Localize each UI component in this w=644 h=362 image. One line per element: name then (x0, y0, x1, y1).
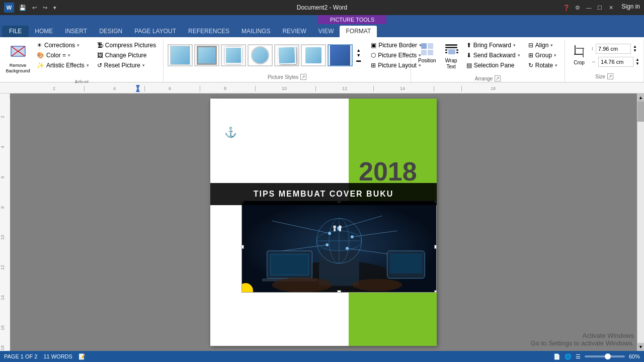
zoom-thumb[interactable] (605, 353, 611, 359)
remove-background-button[interactable]: RemoveBackground (4, 40, 32, 76)
tab-page-layout[interactable]: PAGE LAYOUT (128, 26, 182, 37)
width-spinner[interactable]: ▲ ▼ (635, 58, 639, 66)
corrections-button[interactable]: ☀ Corrections ▾ (34, 40, 92, 50)
view-outline-icon[interactable]: ☰ (576, 353, 581, 360)
align-button[interactable]: ⊟ Align ▾ (525, 40, 560, 50)
bring-forward-dropdown[interactable]: ▾ (513, 43, 516, 48)
maximize-btn[interactable]: ☐ (595, 3, 604, 12)
scroll-down[interactable]: ▼ (637, 343, 644, 351)
view-normal-icon[interactable]: 📄 (553, 353, 560, 360)
svg-rect-11 (445, 49, 447, 51)
tab-review[interactable]: REVIEW (276, 26, 312, 37)
group-dropdown[interactable]: ▾ (554, 53, 556, 58)
svg-rect-38 (0, 99, 10, 350)
crop-button[interactable]: Crop (569, 42, 589, 68)
picture-styles-expand[interactable]: ↗ (300, 74, 306, 80)
send-backward-dropdown[interactable]: ▾ (518, 53, 520, 58)
style-more-button[interactable]: ▲ ▼ ▬ (355, 47, 362, 64)
style-thumb-7[interactable] (328, 44, 353, 66)
tab-file[interactable]: FILE (2, 26, 29, 37)
scroll-up[interactable]: ▲ (637, 94, 644, 102)
style-thumb-5[interactable] (274, 44, 299, 66)
color-button[interactable]: 🎨 Color = ▾ (34, 50, 92, 60)
tech-image[interactable]: + (242, 201, 437, 293)
svg-text:│: │ (372, 85, 375, 92)
adjust-group: RemoveBackground ☀ Corrections ▾ 🎨 Color… (0, 39, 164, 82)
ribbon-tabs-container: PICTURE TOOLS FILE HOME INSERT DESIGN PA… (0, 15, 644, 37)
style-thumb-6[interactable] (301, 44, 326, 66)
svg-text:4: 4 (0, 146, 5, 148)
adjust-group-content: RemoveBackground ☀ Corrections ▾ 🎨 Color… (4, 40, 159, 78)
rotate-dropdown[interactable]: ▾ (555, 63, 557, 68)
wrap-text-button[interactable]: WrapText (441, 40, 461, 72)
svg-point-73 (272, 278, 332, 293)
group-button[interactable]: ⊞ Group ▾ (525, 50, 560, 60)
redo-qa-btn[interactable]: ↪ (41, 4, 49, 12)
handle-br (434, 290, 437, 293)
handle-bc (337, 290, 341, 293)
style-thumb-4[interactable] (248, 44, 273, 66)
height-input[interactable] (596, 44, 631, 54)
style-thumb-3[interactable] (221, 44, 246, 66)
reset-dropdown[interactable]: ▾ (142, 63, 145, 68)
group-icon: ⊞ (528, 52, 533, 59)
style-thumb-1[interactable] (168, 44, 193, 66)
word-count: 11 WORDS (43, 353, 72, 359)
height-icon: ↕ (591, 46, 594, 51)
svg-text:│: │ (143, 85, 146, 92)
height-spinner[interactable]: ▲ ▼ (633, 45, 637, 53)
compress-pictures-button[interactable]: 🗜 Compress Pictures (94, 40, 159, 50)
align-dropdown[interactable]: ▾ (550, 43, 553, 48)
document-scroll-area[interactable]: 2018 ⚓ TIPS MEMBUAT COVER BUKU (10, 94, 637, 351)
save-qa-btn[interactable]: 💾 (17, 4, 28, 12)
send-backward-button[interactable]: ⬇ Send Backward ▾ (463, 50, 523, 60)
svg-rect-8 (445, 44, 457, 46)
customize-qa-btn[interactable]: ▾ (51, 4, 58, 12)
rotate-icon: ↻ (528, 62, 533, 69)
close-btn[interactable]: ✕ (606, 3, 615, 12)
activate-windows-notice: Activate Windows Go to Settings to activ… (531, 332, 634, 347)
position-button[interactable]: Position (415, 40, 439, 66)
proofing-icon[interactable]: 📝 (78, 353, 86, 360)
zoom-slider[interactable] (585, 355, 625, 357)
activate-windows-line1: Activate Windows (531, 332, 634, 339)
signin-btn[interactable]: Sign in (621, 3, 640, 12)
bring-forward-button[interactable]: ⬆ Bring Forward ▾ (463, 40, 523, 50)
crop-icon (572, 44, 586, 60)
reset-picture-button[interactable]: ↺ Reset Picture ▾ (94, 60, 159, 70)
view-web-icon[interactable]: 🌐 (565, 353, 572, 360)
rotate-button[interactable]: ↻ Rotate ▾ (525, 60, 560, 70)
selection-pane-button[interactable]: ▤ Selection Pane (463, 60, 523, 70)
svg-rect-19 (10, 83, 644, 93)
zoom-level: 60% (629, 353, 640, 359)
vertical-scrollbar[interactable]: ▲ ▼ (637, 94, 644, 351)
arrange-expand[interactable]: ↗ (495, 75, 501, 81)
options-btn[interactable]: ⚙ (573, 3, 582, 12)
artistic-effects-button[interactable]: ✨ Artistic Effects ▾ (34, 60, 92, 70)
quick-access-toolbar: 💾 ↩ ↪ ▾ (17, 4, 58, 12)
tab-references[interactable]: REFERENCES (182, 26, 235, 37)
minimize-btn[interactable]: — (584, 3, 593, 12)
tab-format[interactable]: FORMAT (340, 26, 377, 37)
color-dropdown[interactable]: ▾ (68, 53, 70, 58)
undo-qa-btn[interactable]: ↩ (30, 4, 39, 12)
artistic-dropdown[interactable]: ▾ (87, 63, 89, 68)
svg-text:6: 6 (0, 176, 5, 178)
size-expand[interactable]: ↗ (607, 73, 613, 79)
tab-view[interactable]: VIEW (312, 26, 340, 37)
scroll-thumb[interactable] (637, 102, 644, 122)
tab-insert[interactable]: INSERT (59, 26, 93, 37)
svg-text:14: 14 (400, 86, 405, 91)
width-input[interactable] (598, 57, 633, 67)
rotate-label: Rotate (535, 62, 553, 69)
tab-home[interactable]: HOME (29, 26, 59, 37)
change-picture-label: Change Picture (105, 52, 147, 59)
style-thumb-2[interactable] (194, 44, 219, 66)
svg-text:│: │ (314, 85, 317, 92)
corrections-dropdown[interactable]: ▾ (77, 43, 79, 48)
help-btn[interactable]: ❓ (562, 3, 571, 12)
tab-mailings[interactable]: MAILINGS (235, 26, 276, 37)
change-picture-button[interactable]: 🖼 Change Picture (94, 50, 159, 60)
tab-design[interactable]: DESIGN (93, 26, 128, 37)
ribbon: RemoveBackground ☀ Corrections ▾ 🎨 Color… (0, 37, 644, 82)
